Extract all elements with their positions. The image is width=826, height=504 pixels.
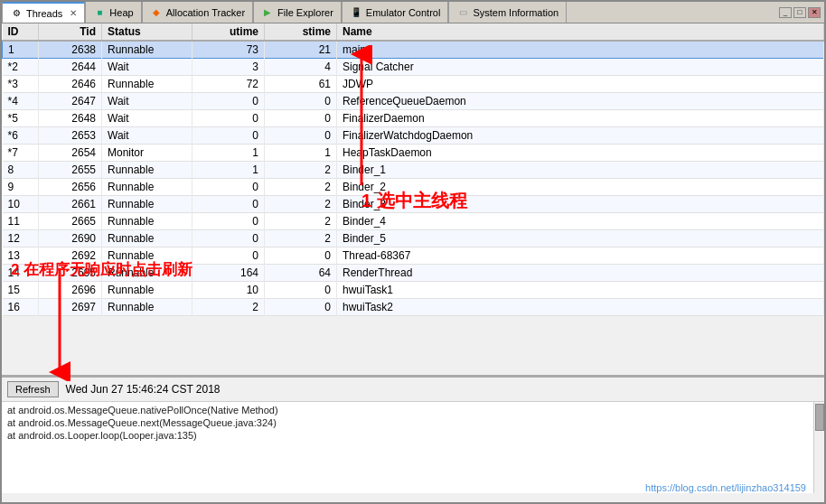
tab-heap-label: Heap [109, 7, 133, 18]
table-row[interactable]: 142695Runnable16464RenderThread [3, 265, 824, 282]
main-area: ID Tid Status utime stime Name 12638Runn… [2, 23, 824, 504]
col-utime: utime [192, 23, 265, 41]
tab-allocation[interactable]: ◆ Allocation Tracker [142, 2, 253, 23]
watermark: https://blog.csdn.net/lijinzhao314159 [645, 482, 806, 493]
col-status: Status [102, 23, 192, 41]
tab-sysinfo[interactable]: ▭ System Information [448, 2, 567, 23]
tab-heap[interactable]: ■ Heap [85, 2, 141, 23]
table-row[interactable]: 92656Runnable02Binder_2 [3, 179, 824, 196]
col-name: Name [337, 23, 824, 41]
tab-threads-close[interactable]: ✕ [70, 8, 77, 18]
emulator-icon: 📱 [350, 6, 362, 19]
table-row[interactable]: 122690Runnable02Binder_5 [3, 230, 824, 247]
table-area[interactable]: ID Tid Status utime stime Name 12638Runn… [2, 23, 824, 376]
table-row[interactable]: 12638Runnable7321main [3, 41, 824, 59]
table-row[interactable]: *22644Wait34Signal Catcher [3, 59, 824, 76]
table-row[interactable]: 102661Runnable02Binder_3 [3, 196, 824, 213]
log-line: at android.os.MessageQueue.nativePollOnc… [7, 404, 819, 416]
scrollbar[interactable] [813, 402, 824, 493]
table-row[interactable]: 82655Runnable12Binder_1 [3, 162, 824, 179]
scrollbar-thumb[interactable] [815, 404, 824, 431]
col-tid: Tid [39, 23, 102, 41]
table-row[interactable]: *32646Runnable7261JDWP [3, 76, 824, 93]
table-header-row: ID Tid Status utime stime Name [3, 23, 824, 41]
tab-emulator-label: Emulator Control [366, 7, 441, 18]
threads-icon: ⚙ [10, 7, 23, 20]
bottom-panel: Refresh Wed Jun 27 15:46:24 CST 2018 at … [2, 376, 824, 493]
threads-table: ID Tid Status utime stime Name 12638Runn… [2, 23, 824, 316]
timestamp: Wed Jun 27 15:46:24 CST 2018 [66, 383, 221, 396]
bottom-toolbar: Refresh Wed Jun 27 15:46:24 CST 2018 [2, 378, 824, 402]
table-row[interactable]: *72654Monitor11HeapTaskDaemon [3, 145, 824, 162]
bottom-log: at android.os.MessageQueue.nativePollOnc… [2, 402, 824, 493]
tab-threads[interactable]: ⚙ Threads ✕ [2, 2, 85, 23]
table-row[interactable]: 132692Runnable00Thread-68367 [3, 247, 824, 265]
tab-sysinfo-label: System Information [473, 7, 558, 18]
log-line: at android.os.MessageQueue.next(MessageQ… [7, 416, 819, 429]
fileexplorer-icon: ▶ [261, 6, 274, 19]
tab-fileexplorer-label: File Explorer [277, 7, 333, 18]
minimize-button[interactable]: _ [779, 7, 792, 18]
allocation-icon: ◆ [150, 6, 163, 19]
window-controls: _ □ ✕ [779, 7, 824, 18]
close-button[interactable]: ✕ [808, 7, 821, 18]
table-row[interactable]: *42647Wait00ReferenceQueueDaemon [3, 93, 824, 110]
tab-threads-label: Threads [26, 8, 62, 19]
tab-allocation-label: Allocation Tracker [166, 7, 245, 18]
table-row[interactable]: 112665Runnable02Binder_4 [3, 213, 824, 230]
refresh-button[interactable]: Refresh [7, 381, 59, 397]
col-stime: stime [265, 23, 337, 41]
tab-emulator[interactable]: 📱 Emulator Control [342, 2, 449, 23]
maximize-button[interactable]: □ [793, 7, 806, 18]
table-row[interactable]: 162697Runnable20hwuiTask2 [3, 299, 824, 316]
tab-fileexplorer[interactable]: ▶ File Explorer [253, 2, 342, 23]
table-row[interactable]: *62653Wait00FinalizerWatchdogDaemon [3, 127, 824, 145]
col-id: ID [3, 23, 39, 41]
sysinfo-icon: ▭ [456, 6, 469, 19]
tab-bar: ⚙ Threads ✕ ■ Heap ◆ Allocation Tracker … [2, 2, 824, 23]
log-line: at android.os.Looper.loop(Looper.java:13… [7, 429, 819, 442]
main-window: ⚙ Threads ✕ ■ Heap ◆ Allocation Tracker … [0, 0, 826, 504]
table-row[interactable]: 152696Runnable100hwuiTask1 [3, 282, 824, 299]
table-row[interactable]: *52648Wait00FinalizerDaemon [3, 110, 824, 127]
heap-icon: ■ [93, 6, 106, 19]
